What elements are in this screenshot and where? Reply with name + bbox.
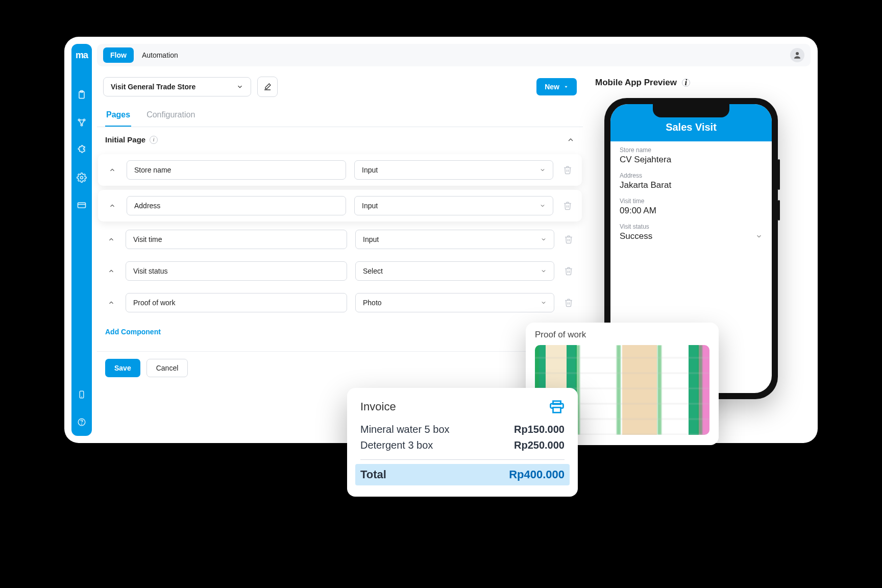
card-icon[interactable] — [76, 200, 87, 211]
field-label-input[interactable] — [127, 160, 346, 180]
tab-automation[interactable]: Automation — [142, 51, 178, 59]
trash-icon[interactable] — [561, 201, 574, 210]
svg-rect-15 — [553, 407, 561, 412]
trash-icon[interactable] — [562, 266, 575, 276]
mobile-icon[interactable] — [76, 389, 87, 400]
save-button[interactable]: Save — [105, 359, 140, 377]
flow-selector[interactable]: Visit General Trade Store — [103, 77, 251, 96]
chevron-up-icon[interactable] — [106, 202, 118, 209]
field-row: Photo — [97, 287, 583, 318]
field-type-select[interactable]: Input — [354, 196, 553, 215]
field-type-select[interactable]: Input — [354, 160, 553, 180]
new-button[interactable]: New — [536, 78, 577, 95]
chevron-up-icon[interactable] — [105, 299, 117, 306]
trash-icon[interactable] — [562, 298, 575, 307]
trash-icon[interactable] — [561, 165, 574, 175]
puzzle-icon[interactable] — [76, 144, 87, 156]
svg-point-4 — [81, 124, 82, 126]
help-icon[interactable] — [76, 416, 87, 428]
field-value[interactable]: Success — [620, 231, 763, 241]
proof-label: Proof of work — [535, 330, 709, 340]
clipboard-icon[interactable] — [76, 89, 87, 101]
tab-flow[interactable]: Flow — [103, 47, 134, 63]
phone-notch — [653, 104, 729, 117]
field-label: Visit status — [620, 223, 763, 230]
field-type-select[interactable]: Photo — [355, 293, 554, 312]
footer: Save Cancel — [97, 351, 583, 377]
subtab-pages[interactable]: Pages — [105, 105, 131, 127]
svg-point-2 — [78, 119, 80, 120]
chevron-up-icon[interactable] — [106, 166, 118, 174]
chevron-down-icon — [755, 233, 763, 240]
field-row: Input — [98, 154, 582, 186]
invoice-total-value: Rp400.000 — [509, 468, 565, 481]
field-label: Address — [620, 172, 763, 179]
chevron-up-icon[interactable] — [105, 267, 117, 275]
fields-list: Input Input Input Select — [97, 152, 583, 318]
chevron-down-icon — [541, 300, 547, 306]
chevron-down-icon — [541, 268, 547, 274]
invoice-item-desc: Detergent 3 box — [360, 439, 433, 451]
field-type-select[interactable]: Input — [355, 230, 554, 249]
main-area: Visit General Trade Store New Pages Conf… — [97, 72, 583, 436]
trash-icon[interactable] — [562, 235, 575, 244]
chevron-down-icon — [541, 236, 547, 242]
invoice-title: Invoice — [360, 400, 396, 413]
svg-point-3 — [83, 119, 85, 120]
workflow-icon[interactable] — [76, 117, 87, 128]
gear-icon[interactable] — [76, 172, 87, 183]
preview-header: Mobile App Preview i — [592, 72, 811, 97]
field-label-input[interactable] — [126, 230, 347, 249]
svg-rect-6 — [78, 203, 86, 208]
field-row: Input — [98, 190, 582, 222]
sidebar: ma — [71, 44, 92, 436]
chevron-down-icon — [540, 203, 546, 209]
field-label-input[interactable] — [126, 261, 347, 281]
chevron-up-icon[interactable] — [105, 236, 117, 243]
chevron-down-icon — [540, 167, 546, 173]
info-icon[interactable]: i — [682, 79, 690, 87]
subtab-configuration[interactable]: Configuration — [145, 105, 196, 127]
avatar[interactable] — [790, 48, 804, 62]
section-header: Initial Pagei — [97, 127, 583, 152]
field-row: Input — [97, 224, 583, 255]
svg-point-5 — [81, 177, 83, 179]
add-component-link[interactable]: Add Component — [97, 318, 583, 349]
invoice-card: Invoice Mineral water 5 boxRp150.000 Det… — [347, 388, 578, 497]
collapse-section[interactable] — [567, 136, 575, 144]
svg-point-11 — [82, 424, 82, 424]
info-icon[interactable]: i — [150, 136, 158, 144]
invoice-total-label: Total — [360, 468, 386, 481]
field-type-select[interactable]: Select — [355, 261, 554, 281]
topbar: Flow Automation — [97, 44, 811, 66]
field-label: Visit time — [620, 198, 763, 205]
invoice-item-price: Rp150.000 — [514, 424, 565, 435]
field-label-input[interactable] — [126, 293, 347, 312]
field-value: 09:00 AM — [620, 206, 763, 216]
logo: ma — [76, 50, 88, 61]
edit-button[interactable] — [257, 77, 278, 97]
field-row: Select — [97, 255, 583, 287]
toolbar: Visit General Trade Store New — [97, 72, 583, 105]
print-icon[interactable] — [549, 399, 565, 414]
chevron-down-icon — [236, 83, 243, 90]
field-label-input[interactable] — [127, 196, 346, 215]
section-title: Initial Page — [105, 135, 145, 144]
subtabs: Pages Configuration — [97, 105, 583, 127]
field-label: Store name — [620, 146, 763, 154]
cancel-button[interactable]: Cancel — [146, 359, 188, 377]
flow-name: Visit General Trade Store — [111, 83, 195, 91]
field-value: Jakarta Barat — [620, 180, 763, 190]
svg-point-12 — [796, 52, 799, 55]
field-value: CV Sejahtera — [620, 155, 763, 165]
app-body: Store nameCV Sejahtera AddressJakarta Ba… — [610, 141, 772, 254]
invoice-item-price: Rp250.000 — [514, 439, 565, 451]
caret-down-icon — [564, 84, 569, 89]
svg-marker-13 — [565, 86, 568, 88]
preview-title: Mobile App Preview — [595, 78, 677, 88]
invoice-item-desc: Mineral water 5 box — [360, 424, 450, 435]
